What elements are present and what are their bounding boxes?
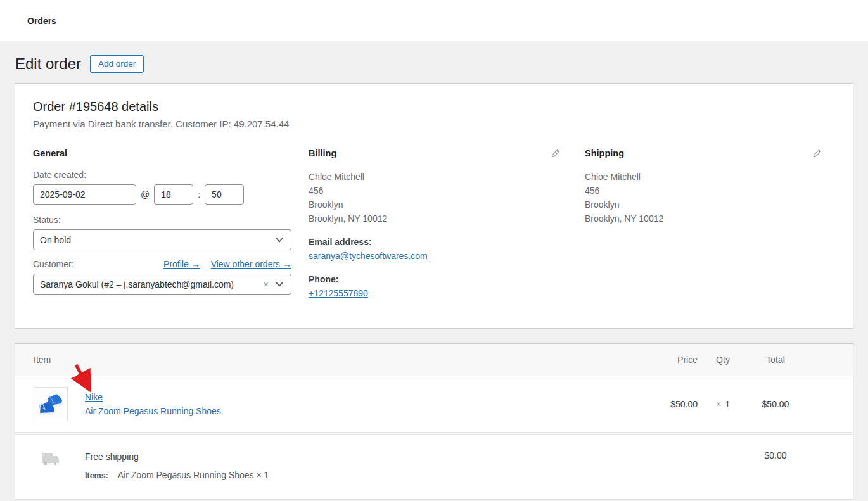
status-select[interactable]: On hold <box>33 229 291 250</box>
profile-link[interactable]: Profile → <box>163 259 200 269</box>
date-input[interactable] <box>33 184 136 205</box>
breadcrumb: Orders <box>27 16 56 26</box>
order-subtitle: Payment via Direct bank transfer. Custom… <box>33 118 835 129</box>
column-header-qty: Qty <box>698 355 748 365</box>
order-title: Order #195648 details <box>33 99 835 114</box>
column-header-item: Item <box>34 355 641 365</box>
shipping-method-name: Free shipping <box>85 450 641 463</box>
shipping-items-value: Air Zoom Pegasus Running Shoes × 1 <box>118 470 269 480</box>
status-select-value: On hold <box>40 235 274 245</box>
billing-address-line: 456 <box>309 184 585 198</box>
column-header-price: Price <box>641 355 698 365</box>
qty-multiply-sign: × <box>716 399 721 409</box>
shipping-total: $0.00 <box>748 450 803 460</box>
shipping-address-line: Brooklyn <box>585 198 835 212</box>
shipping-address-line: 456 <box>585 184 835 198</box>
colon-separator: : <box>198 189 200 200</box>
chevron-down-icon <box>274 235 284 245</box>
product-qty: ×1 <box>698 399 748 409</box>
clear-icon[interactable]: × <box>263 279 269 289</box>
order-details-panel: Order #195648 details Payment via Direct… <box>15 83 853 329</box>
general-heading: General <box>33 148 309 158</box>
billing-phone-link[interactable]: +12125557890 <box>309 288 368 298</box>
status-label: Status: <box>33 215 309 225</box>
blue-shoes-image <box>35 389 66 419</box>
edit-billing-pencil-icon[interactable] <box>551 148 561 158</box>
add-order-button[interactable]: Add order <box>90 55 144 73</box>
customer-select-value: Saranya Gokul (#2 – j.saranyabtech@gmail… <box>40 279 263 289</box>
hour-input[interactable] <box>154 184 193 205</box>
product-name-link[interactable]: Air Zoom Pegasus Running Shoes <box>85 404 221 418</box>
chevron-down-icon <box>274 279 284 289</box>
minute-input[interactable] <box>205 184 244 205</box>
product-links: Nike Air Zoom Pegasus Running Shoes <box>85 390 221 418</box>
table-row-product: Nike Air Zoom Pegasus Running Shoes $50.… <box>15 376 853 432</box>
billing-address-line: Brooklyn, NY 10012 <box>309 212 585 225</box>
edit-shipping-pencil-icon[interactable] <box>812 148 822 158</box>
column-header-total: Total <box>748 355 803 365</box>
billing-email-link[interactable]: saranya@tychesoftwares.com <box>309 251 428 261</box>
date-created-row: @ : <box>33 184 309 205</box>
shipping-method-cell: Free shipping Items: Air Zoom Pegasus Ru… <box>85 450 641 480</box>
shipping-address-line: Chloe Mitchell <box>585 170 835 184</box>
order-items-panel: Item Price Qty Total <box>15 343 853 500</box>
shipping-section: Shipping Chloe Mitchell 456 Brooklyn Bro… <box>585 148 835 300</box>
order-columns: General Date created: @ : Status: On hol… <box>33 148 835 300</box>
billing-heading: Billing <box>309 148 336 158</box>
topbar: Orders <box>0 0 868 41</box>
view-other-orders-link[interactable]: View other orders → <box>211 259 291 269</box>
product-price: $50.00 <box>641 399 698 409</box>
table-row-shipping: Free shipping Items: Air Zoom Pegasus Ru… <box>15 435 853 499</box>
product-brand-link[interactable]: Nike <box>85 390 221 404</box>
customer-select[interactable]: Saranya Gokul (#2 – j.saranyabtech@gmail… <box>33 274 291 295</box>
items-table-header: Item Price Qty Total <box>15 344 853 376</box>
page-head: Edit order Add order <box>15 41 853 83</box>
shipping-address-line: Brooklyn, NY 10012 <box>585 212 835 225</box>
truck-icon <box>41 452 60 467</box>
billing-address-line: Brooklyn <box>309 198 585 212</box>
date-created-label: Date created: <box>33 170 309 180</box>
page-title: Edit order <box>15 55 81 73</box>
shipping-items-label: Items: <box>85 471 108 480</box>
billing-address-line: Chloe Mitchell <box>309 170 585 184</box>
shipping-heading: Shipping <box>585 148 624 158</box>
at-separator: @ <box>141 189 150 200</box>
product-total: $50.00 <box>748 399 803 409</box>
email-address-label: Email address: <box>309 235 585 249</box>
phone-label: Phone: <box>309 272 585 286</box>
general-section: General Date created: @ : Status: On hol… <box>33 148 309 300</box>
customer-label-row: Customer: Profile → View other orders → <box>33 259 291 269</box>
items-panel-footer <box>15 499 853 500</box>
customer-label: Customer: <box>33 259 153 269</box>
main-content: Edit order Add order Order #195648 detai… <box>0 41 868 500</box>
product-thumbnail <box>34 387 68 421</box>
billing-section: Billing Chloe Mitchell 456 Brooklyn Broo… <box>309 148 585 300</box>
